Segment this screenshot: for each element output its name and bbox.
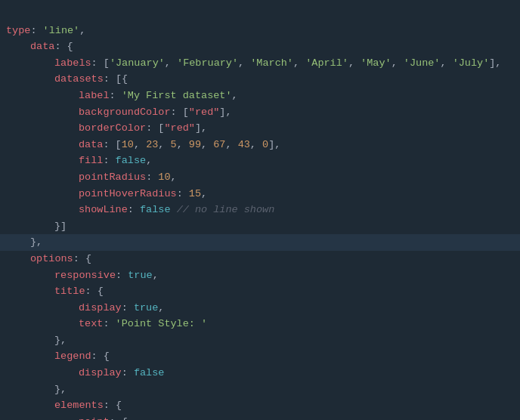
token-punctuation: , (171, 171, 177, 183)
token-punctuation: : { (104, 400, 122, 411)
token-string: 'June' (404, 57, 441, 69)
token-punctuation: , (134, 139, 146, 150)
token-key: text (79, 318, 103, 329)
token-number: 99 (189, 139, 201, 150)
token-punctuation: , (238, 57, 250, 69)
code-line: label: 'My First dataset', (0, 88, 520, 104)
token-punctuation: : (103, 318, 115, 329)
code-line: showLine: false // no line shown (0, 202, 520, 218)
token-punctuation: , (392, 57, 404, 69)
token-punctuation: : [ (171, 107, 189, 118)
token-punctuation: : (177, 188, 189, 199)
token-key: data (79, 139, 103, 150)
token-punctuation: , (250, 139, 262, 150)
token-key: options (30, 253, 73, 264)
token-string: 'line' (43, 25, 80, 36)
code-line: }, (0, 234, 520, 251)
token-bool: false (116, 155, 147, 166)
token-bool: false (140, 204, 171, 215)
token-punctuation: : [{ (104, 73, 128, 85)
code-line: point: { (0, 414, 520, 420)
code-line: responsive: true, (0, 267, 520, 284)
token-punctuation: , (348, 57, 361, 69)
token-key: backgroundColor (79, 107, 171, 118)
token-key: labels (54, 57, 91, 69)
token-punctuation: , (293, 57, 305, 69)
code-line: }, (0, 332, 520, 349)
token-punctuation: , (440, 57, 452, 69)
token-key: display (79, 302, 122, 313)
token-string: 'July' (453, 57, 490, 69)
token-number: 23 (146, 139, 158, 150)
token-key: borderColor (79, 122, 146, 134)
token-key: data (30, 41, 54, 52)
token-string: 'Point Style: ' (116, 318, 208, 329)
token-key: title (54, 286, 85, 297)
code-line: backgroundColor: ["red"], (0, 104, 520, 121)
token-string: 'March' (250, 57, 293, 69)
token-key: display (79, 367, 122, 378)
token-punctuation: : [ (91, 57, 110, 69)
token-punctuation: : (128, 204, 140, 215)
token-number: 15 (189, 188, 201, 199)
token-string: 'February' (177, 57, 238, 69)
token-key: legend (54, 351, 91, 362)
token-bool: true (134, 302, 158, 313)
token-key: type (6, 25, 30, 36)
code-line: data: { (0, 39, 520, 55)
token-punctuation: , (153, 270, 159, 281)
token-punctuation: , (165, 57, 177, 69)
token-number: 10 (158, 171, 170, 183)
token-string: 'April' (305, 57, 348, 69)
code-line: pointHoverRadius: 15, (0, 186, 520, 202)
token-key: pointRadius (79, 171, 146, 183)
code-line: data: [10, 23, 5, 99, 67, 43, 0], (0, 137, 520, 153)
code-line: labels: ['January', 'February', 'March',… (0, 55, 520, 72)
token-key: datasets (54, 73, 104, 85)
token-punctuation: : (122, 367, 134, 378)
token-punctuation: , (79, 25, 85, 36)
code-line: elements: { (0, 397, 520, 414)
token-key: fill (79, 155, 103, 166)
token-key: label (79, 90, 110, 101)
token-string-red: "red" (189, 107, 220, 118)
token-number: 67 (213, 139, 225, 150)
token-number: 10 (122, 139, 134, 150)
code-line: display: true, (0, 300, 520, 317)
code-line: datasets: [{ (0, 71, 520, 88)
token-punctuation: , (225, 139, 237, 150)
code-line: pointRadius: 10, (0, 169, 520, 186)
code-line: text: 'Point Style: ' (0, 316, 520, 332)
code-line: }, (0, 381, 520, 398)
token-string: 'January' (110, 57, 165, 69)
token-punctuation (171, 204, 177, 215)
token-punctuation: : (30, 25, 42, 36)
token-punctuation: : [ (103, 139, 121, 150)
token-punctuation: : [ (146, 122, 164, 134)
token-comment: // no line shown (177, 204, 275, 215)
token-punctuation: : (103, 155, 115, 166)
code-editor: type: 'line',data: {labels: ['January', … (0, 0, 520, 420)
code-line: fill: false, (0, 153, 520, 169)
token-punctuation: : { (73, 253, 91, 264)
token-punctuation: ], (219, 107, 231, 118)
token-punctuation: ], (268, 139, 280, 150)
token-punctuation: : { (91, 351, 110, 362)
token-punctuation: , (177, 139, 189, 150)
code-line: }] (0, 218, 520, 235)
token-punctuation: }] (54, 221, 67, 232)
code-line: options: { (0, 251, 520, 267)
code-line: display: false (0, 365, 520, 381)
token-punctuation: : (122, 302, 134, 313)
token-punctuation: : (146, 171, 158, 183)
token-punctuation: , (201, 188, 207, 199)
token-number: 43 (238, 139, 250, 150)
token-string-red: "red" (164, 122, 195, 134)
token-punctuation: : { (110, 416, 128, 420)
token-punctuation: : (110, 90, 122, 101)
token-punctuation: ], (489, 57, 501, 69)
token-string: 'My First dataset' (122, 90, 232, 101)
token-string: 'May' (361, 57, 392, 69)
token-key: responsive (54, 270, 116, 281)
token-punctuation: : (116, 270, 128, 281)
